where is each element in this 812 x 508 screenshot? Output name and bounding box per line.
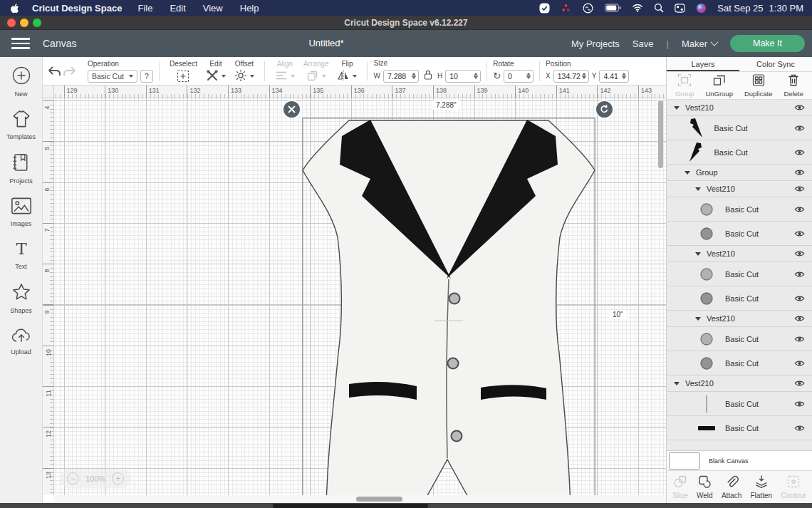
caret-down-icon[interactable] bbox=[674, 382, 680, 385]
delete-button[interactable]: Delete bbox=[784, 73, 803, 98]
check-badge-icon[interactable] bbox=[539, 3, 550, 14]
sidebar-item-shapes[interactable]: Shapes bbox=[10, 282, 32, 314]
x-stepper[interactable] bbox=[580, 73, 588, 80]
caret-down-icon[interactable] bbox=[695, 317, 701, 321]
redo-button[interactable] bbox=[62, 63, 78, 79]
menubar-clock[interactable]: Sat Sep 25 1:30 PM bbox=[717, 3, 803, 14]
layer-row[interactable]: Vest210 bbox=[667, 311, 812, 327]
blank-canvas-swatch[interactable] bbox=[669, 452, 700, 470]
layer-row[interactable]: Basic Cut bbox=[667, 116, 812, 140]
rotate-selection-handle[interactable] bbox=[596, 101, 613, 118]
horizontal-scrollbar[interactable] bbox=[356, 497, 402, 502]
caret-down-icon[interactable] bbox=[695, 187, 701, 191]
vertical-scrollbar[interactable] bbox=[658, 100, 663, 168]
aspect-lock-icon[interactable] bbox=[423, 69, 433, 83]
delete-selection-handle[interactable] bbox=[283, 101, 300, 118]
rotate-stepper[interactable] bbox=[524, 73, 533, 80]
zoom-out-button[interactable]: − bbox=[67, 472, 79, 484]
make-it-button[interactable]: Make It bbox=[730, 35, 805, 52]
height-stepper[interactable] bbox=[472, 73, 480, 80]
eye-icon[interactable] bbox=[794, 169, 805, 176]
eye-icon[interactable] bbox=[794, 425, 805, 432]
layer-row[interactable]: Vest210 bbox=[667, 100, 812, 116]
layer-row[interactable]: Vest210 bbox=[667, 246, 812, 262]
eye-icon[interactable] bbox=[794, 295, 805, 302]
sidebar-item-projects[interactable]: Projects bbox=[9, 152, 33, 185]
vest-button-2[interactable] bbox=[448, 358, 459, 369]
eye-icon[interactable] bbox=[794, 315, 805, 322]
caret-down-icon[interactable] bbox=[685, 171, 690, 175]
vest-design[interactable] bbox=[302, 118, 595, 495]
offset-button[interactable]: Offset bbox=[234, 60, 254, 83]
dots-app-icon[interactable] bbox=[561, 3, 571, 14]
tab-layers[interactable]: Layers bbox=[667, 57, 739, 71]
caret-down-icon[interactable] bbox=[674, 106, 680, 110]
slice-button[interactable]: Slice bbox=[672, 475, 688, 499]
contour-button[interactable]: Contour bbox=[781, 475, 806, 499]
eye-icon[interactable] bbox=[794, 380, 805, 387]
weld-button[interactable]: Weld bbox=[697, 475, 713, 499]
group-button[interactable]: Group bbox=[675, 73, 694, 98]
tab-color-sync[interactable]: Color Sync bbox=[739, 57, 812, 71]
eye-icon[interactable] bbox=[794, 149, 805, 156]
operation-dropdown[interactable]: Basic Cut bbox=[88, 70, 137, 83]
layer-row[interactable]: Basic Cut bbox=[667, 140, 812, 165]
zoom-in-button[interactable]: + bbox=[112, 472, 124, 484]
y-stepper[interactable] bbox=[620, 73, 628, 80]
sidebar-item-text[interactable]: TText bbox=[12, 239, 31, 270]
ungroup-button[interactable]: UnGroup bbox=[705, 73, 733, 98]
document-title[interactable]: Untitled* bbox=[308, 30, 343, 57]
width-input[interactable] bbox=[384, 72, 410, 81]
operation-help-button[interactable]: ? bbox=[140, 70, 153, 83]
vest-body[interactable] bbox=[303, 120, 595, 495]
control-center-icon[interactable] bbox=[675, 4, 685, 13]
layer-row[interactable]: Vest210 bbox=[667, 181, 812, 197]
edit-button[interactable]: Edit bbox=[206, 60, 226, 83]
menu-help[interactable]: Help bbox=[240, 3, 259, 14]
layer-row[interactable]: Basic Cut bbox=[667, 262, 812, 286]
battery-icon[interactable] bbox=[605, 4, 621, 12]
eye-icon[interactable] bbox=[794, 206, 805, 213]
flip-button[interactable]: Flip bbox=[337, 60, 357, 83]
eye-icon[interactable] bbox=[794, 185, 805, 192]
save-link[interactable]: Save bbox=[633, 38, 654, 49]
spotlight-search-icon[interactable] bbox=[654, 3, 664, 13]
sidebar-item-templates[interactable]: Templates bbox=[6, 110, 36, 140]
apple-logo-icon[interactable] bbox=[10, 3, 19, 14]
y-input[interactable] bbox=[600, 72, 620, 81]
layer-row[interactable]: Basic Cut bbox=[667, 197, 812, 222]
height-input[interactable] bbox=[446, 72, 472, 81]
flatten-button[interactable]: Flatten bbox=[750, 475, 772, 499]
duplicate-button[interactable]: Duplicate bbox=[744, 73, 773, 98]
creative-cloud-icon[interactable] bbox=[582, 3, 594, 14]
menu-view[interactable]: View bbox=[203, 3, 223, 14]
vest-button-3[interactable] bbox=[452, 431, 462, 442]
vest-selection[interactable] bbox=[302, 118, 595, 495]
attach-button[interactable]: Attach bbox=[722, 475, 741, 499]
deselect-button[interactable]: Deselect bbox=[170, 60, 197, 83]
layer-row[interactable]: Basic Cut bbox=[667, 351, 812, 375]
layer-row[interactable]: Basic Cut bbox=[667, 327, 812, 351]
sidebar-item-upload[interactable]: Upload bbox=[11, 326, 32, 356]
x-input[interactable] bbox=[554, 72, 580, 81]
align-button[interactable]: Align bbox=[275, 60, 295, 83]
menubar-app-name[interactable]: Cricut Design Space bbox=[32, 3, 122, 14]
canvas-grid[interactable]: 7.288" 10" − 100% + bbox=[54, 98, 666, 495]
arrange-button[interactable]: Arrange bbox=[303, 60, 329, 83]
caret-down-icon[interactable] bbox=[695, 252, 701, 256]
rotate-input[interactable] bbox=[504, 72, 524, 81]
eye-icon[interactable] bbox=[794, 104, 805, 111]
sidebar-item-images[interactable]: Images bbox=[11, 197, 32, 227]
layer-row[interactable]: Group bbox=[667, 165, 812, 181]
width-stepper[interactable] bbox=[410, 73, 418, 80]
vest-button-1[interactable] bbox=[449, 294, 460, 304]
hamburger-menu-icon[interactable] bbox=[11, 38, 30, 49]
undo-button[interactable] bbox=[46, 63, 62, 79]
menu-file[interactable]: File bbox=[137, 3, 152, 14]
wifi-icon[interactable] bbox=[632, 4, 643, 12]
eye-icon[interactable] bbox=[794, 400, 805, 408]
menu-edit[interactable]: Edit bbox=[170, 3, 185, 14]
eye-icon[interactable] bbox=[794, 271, 805, 278]
blank-canvas-row[interactable]: Blank Canvas bbox=[667, 450, 812, 470]
layer-row[interactable]: Basic Cut bbox=[667, 392, 812, 416]
